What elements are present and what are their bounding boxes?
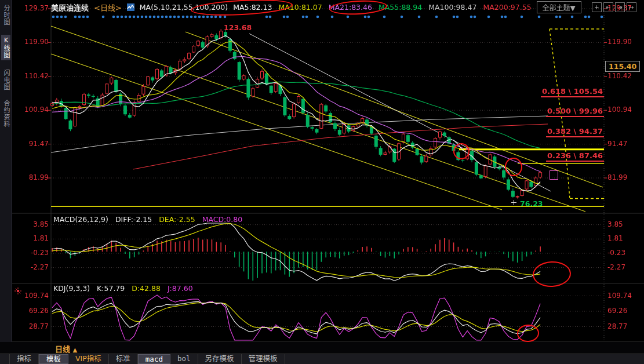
main-axis-label-left: 119.90 <box>20 38 49 46</box>
macd-axis-label-left: -0.23 <box>20 249 49 257</box>
chart-application: 分时图K线图闪电图合约资料 美原油连续 <日线> MA(5,10,21,55,1… <box>0 0 644 364</box>
tab-VIP指标[interactable]: VIP指标 <box>68 354 109 364</box>
macd-axis-label-right: 1.81 <box>607 234 623 242</box>
sidebar-item-闪电图[interactable]: 闪电图 <box>1 70 10 90</box>
kdj-d-value: D:42.88 <box>132 284 161 293</box>
triangle-up-icon: ▲ <box>73 347 78 353</box>
main-axis-label-right: 91.47 <box>607 140 627 148</box>
kdj-axis-label-left: 69.26 <box>20 307 49 315</box>
main-axis-label-left: 110.42 <box>20 72 49 80</box>
main-axis-label-left: 100.94 <box>20 105 49 114</box>
macd-axis-label-right: -2.27 <box>607 263 625 271</box>
macd-axis-label-left: 1.81 <box>20 234 49 242</box>
fib-level-label: 0.618 \ 105.54 <box>541 87 604 97</box>
tab-另存模板[interactable]: 另存模板 <box>198 354 242 364</box>
kdj-axis-label-right: 109.74 <box>607 292 632 300</box>
tab-管理模板[interactable]: 管理模板 <box>242 354 285 364</box>
tab-模板[interactable]: 模板 <box>39 354 68 364</box>
pan-right-icon-button[interactable]: ↦ <box>627 2 636 12</box>
high-price-label: 123.68 <box>224 23 252 32</box>
price-marker-badge: 115.40 <box>605 61 640 72</box>
main-axis-label-left: 91.47 <box>20 140 49 148</box>
tab-标准[interactable]: 标准 <box>109 354 138 364</box>
macd-dea-value: DEA:-2.55 <box>159 215 195 224</box>
tab-指标[interactable]: 指标 <box>9 354 39 364</box>
main-axis-label-right: 110.42 <box>607 72 632 80</box>
chart-header: 美原油连续 <日线> MA(5,10,21,55,100,200) MA5:82… <box>12 0 644 14</box>
sidebar-item-合约资料[interactable]: 合约资料 <box>1 100 10 128</box>
sidebar-item-K线图[interactable]: K线图 <box>1 35 10 60</box>
period-tag[interactable]: <日线> <box>94 2 122 13</box>
chart-canvas[interactable] <box>0 0 644 364</box>
kdj-axis-label-left: 28.77 <box>20 322 49 330</box>
ma-value-label: MA200:97.55 <box>483 3 531 12</box>
fib-level-label: 0.500 \ 99.96 <box>546 107 604 117</box>
macd-axis-label-right: -0.23 <box>607 249 625 257</box>
kdj-axis-label-right: 69.26 <box>607 307 627 315</box>
kdj-panel-header: KDJ(9,3,3)K:57.79D:42.88J:87.60 <box>53 284 200 293</box>
left-sidebar: 分时图K线图闪电图合约资料 <box>0 0 12 354</box>
kdj-axis-label-right: 28.77 <box>607 322 627 330</box>
chart-type-icon[interactable] <box>127 3 134 11</box>
main-axis-label-left: 81.99 <box>20 173 49 181</box>
theme-selector-button[interactable]: 全部主题▼ <box>537 1 581 13</box>
compress-left-icon-button[interactable]: ⇤ <box>603 2 613 12</box>
fib-level-label: 0.382 \ 94.37 <box>546 127 604 137</box>
macd-axis-label-left: 3.85 <box>20 220 49 228</box>
macd-diff-value: DIFF:-2.15 <box>115 215 152 224</box>
kdj-j-value: J:87.60 <box>168 284 193 293</box>
main-axis-label-right: 100.94 <box>607 105 632 114</box>
tab-bol[interactable]: bol <box>170 354 198 364</box>
fib-level-label: 0.236 \ 87.46 <box>546 151 604 162</box>
macd-title: MACD(26,12,9) <box>53 215 108 224</box>
drawing-handle-icon[interactable] <box>511 196 516 208</box>
low-price-label: 76.23 <box>520 199 543 208</box>
macd-macd-value: MACD:0.80 <box>202 215 243 224</box>
kdj-marker-icon <box>14 286 21 297</box>
macd-axis-label-left: -2.27 <box>20 263 49 271</box>
kdj-title: KDJ(9,3,3) <box>53 284 90 293</box>
date-axis-bar: 日线 ▲ <box>0 342 644 354</box>
symbol-title: 美原油连续 <box>51 2 89 13</box>
bottom-tab-bar: 指标模板VIP指标标准macdbol另存模板管理模板 <box>0 354 644 364</box>
period-selector[interactable]: 日线 ▲ <box>55 343 77 354</box>
macd-panel-header: MACD(26,12,9)DIFF:-2.15DEA:-2.55MACD:0.8… <box>53 215 249 224</box>
main-axis-label-right: 119.90 <box>607 38 632 46</box>
main-axis-label-right: 81.99 <box>607 173 627 181</box>
kdj-axis-label-left: 109.74 <box>20 292 49 300</box>
ma-value-label: MA100:98.47 <box>428 3 476 12</box>
drawing-anchor[interactable] <box>550 170 558 180</box>
crosshair-icon-button[interactable]: + <box>592 2 602 12</box>
compress-right-icon-button[interactable]: ⇥ <box>615 2 625 12</box>
sidebar-item-分时图[interactable]: 分时图 <box>1 5 10 26</box>
tab-macd[interactable]: macd <box>138 354 170 364</box>
toolbar-icons-group: +⇤⇥↦ <box>590 2 636 12</box>
kdj-k-value: K:57.79 <box>97 284 125 293</box>
macd-axis-label-right: 3.85 <box>607 220 623 228</box>
